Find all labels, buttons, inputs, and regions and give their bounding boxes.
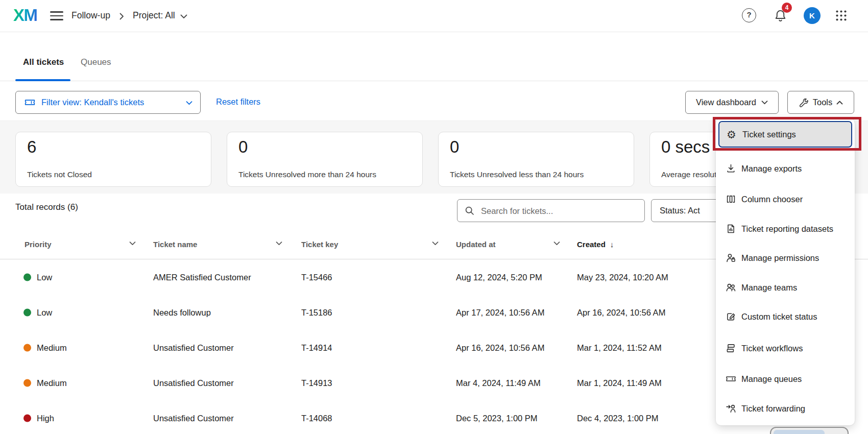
- ticket-key-cell: T-14914: [301, 343, 332, 352]
- search-box: [457, 199, 645, 222]
- scrollbar-thumb[interactable]: [774, 430, 825, 434]
- app-grid-icon[interactable]: [835, 10, 847, 21]
- priority-dot: [23, 308, 31, 316]
- column-header-ticket-name[interactable]: Ticket name: [153, 240, 197, 249]
- download-icon: [726, 163, 736, 174]
- person-lock-icon: [726, 253, 736, 263]
- updated-at-cell: Dec 5, 2023, 1:00 PM: [456, 413, 538, 423]
- menu-item-ticket-forwarding[interactable]: Ticket forwarding: [716, 394, 855, 423]
- created-cell: Apr 16, 2024, 10:56 AM: [577, 307, 665, 317]
- menu-item-label: Manage teams: [741, 283, 797, 293]
- stat-card-unresolved-more-24h: 0 Tickets Unresolved more than 24 hours: [227, 132, 423, 187]
- updated-at-cell: Apr 16, 2024, 10:56 AM: [456, 343, 544, 352]
- priority-cell: High: [37, 413, 54, 423]
- active-tab-underline: [15, 79, 70, 81]
- ticket-icon: [24, 98, 36, 107]
- view-dashboard-label: View dashboard: [696, 98, 756, 107]
- stat-card-not-closed: 6 Tickets not Closed: [15, 132, 211, 187]
- column-header-priority[interactable]: Priority: [25, 240, 52, 249]
- menu-item-column-chooser[interactable]: Column chooser: [716, 184, 855, 214]
- menu-item-ticket-reporting-datasets[interactable]: Ticket reporting datasets: [716, 214, 855, 244]
- stat-value: 0: [450, 137, 459, 157]
- menu-item-label: Ticket reporting datasets: [741, 224, 833, 234]
- ticket-key-cell: T-14913: [301, 378, 332, 388]
- search-input[interactable]: [480, 200, 640, 222]
- created-cell: May 23, 2024, 10:20 AM: [577, 272, 668, 282]
- stat-label: Tickets not Closed: [27, 170, 92, 179]
- stat-value: 0: [238, 137, 248, 157]
- horizontal-scrollbar[interactable]: [770, 427, 849, 434]
- menu-item-ticket-workflows[interactable]: Ticket workflows: [716, 333, 855, 363]
- ticket-name-cell: AMER Satisfied Customer: [153, 272, 251, 282]
- stat-label: Tickets Unresolved less than 24 hours: [450, 170, 584, 179]
- updated-at-cell: Aug 12, 2024, 5:20 PM: [456, 272, 542, 282]
- menu-item-manage-queues[interactable]: Manage queues: [716, 364, 855, 394]
- reset-filters-link[interactable]: Reset filters: [216, 97, 260, 107]
- column-header-updated-at[interactable]: Updated at: [456, 240, 496, 249]
- menu-item-label: Manage permissions: [741, 253, 819, 263]
- menu-item-label: Custom ticket status: [741, 312, 817, 322]
- menu-item-label: Ticket forwarding: [741, 404, 805, 414]
- columns-icon: [726, 194, 736, 205]
- menu-item-manage-teams[interactable]: Manage teams: [716, 273, 855, 302]
- workflow-icon: [726, 343, 736, 354]
- ticket-icon: [726, 375, 736, 383]
- hamburger-menu-icon[interactable]: [50, 11, 63, 23]
- total-records-label: Total records (6): [15, 202, 78, 212]
- view-dashboard-button[interactable]: View dashboard: [685, 91, 779, 114]
- sort-descending-icon: ↓: [610, 240, 614, 249]
- filter-view-label: Filter view: Kendall's tickets: [41, 98, 144, 107]
- priority-dot: [23, 414, 31, 422]
- tab-all-tickets[interactable]: All tickets: [23, 57, 64, 67]
- help-icon[interactable]: ?: [742, 8, 756, 22]
- ticket-name-cell: Needs followup: [153, 307, 211, 317]
- ticket-key-cell: T-14068: [301, 413, 332, 423]
- chevron-down-icon[interactable]: [276, 242, 282, 246]
- chevron-down-icon[interactable]: [553, 242, 560, 246]
- tools-dropdown-menu: ⚙ Ticket settings Manage exports Column …: [716, 118, 855, 425]
- top-bar: XM Follow-up Project: All ? 4 K: [0, 0, 868, 32]
- menu-item-label: Ticket workflows: [741, 344, 803, 353]
- created-label: Created: [577, 240, 606, 249]
- search-icon: [465, 206, 475, 216]
- chevron-down-icon[interactable]: [180, 14, 187, 19]
- ticket-name-cell: Unsatisfied Customer: [153, 343, 234, 352]
- updated-at-cell: Mar 4, 2024, 11:49 AM: [456, 378, 541, 388]
- menu-item-manage-exports[interactable]: Manage exports: [716, 154, 855, 183]
- breadcrumb-project-name[interactable]: Follow-up: [71, 10, 110, 21]
- created-cell: Mar 1, 2024, 11:52 AM: [577, 343, 662, 352]
- app-frame: XM Follow-up Project: All ? 4 K All tic: [0, 0, 868, 434]
- ticket-name-cell: Unsatisfied Customer: [153, 413, 234, 423]
- chevron-down-icon: [761, 101, 768, 105]
- ticket-name-cell: Unsatisfied Customer: [153, 378, 234, 388]
- tools-label: Tools: [813, 98, 833, 107]
- filter-view-dropdown[interactable]: Filter view: Kendall's tickets: [15, 91, 201, 114]
- chevron-right-icon: [119, 13, 124, 20]
- stat-value: 0 secs: [661, 137, 710, 157]
- menu-item-custom-ticket-status[interactable]: Custom ticket status: [716, 302, 855, 331]
- stat-card-unresolved-less-24h: 0 Tickets Unresolved less than 24 hours: [438, 132, 634, 187]
- breadcrumb-project-selector[interactable]: Project: All: [133, 10, 175, 21]
- menu-item-manage-permissions[interactable]: Manage permissions: [716, 243, 855, 273]
- priority-cell: Medium: [37, 378, 67, 388]
- forward-person-icon: [726, 403, 736, 414]
- stat-value: 6: [27, 137, 36, 157]
- tools-button[interactable]: Tools: [787, 91, 854, 114]
- avatar[interactable]: K: [804, 7, 821, 24]
- priority-dot: [23, 273, 31, 281]
- chevron-down-icon[interactable]: [129, 242, 136, 246]
- updated-at-cell: Apr 17, 2024, 10:56 AM: [456, 307, 544, 317]
- priority-cell: Low: [37, 272, 52, 282]
- tabs-divider: [0, 81, 868, 81]
- priority-dot: [23, 379, 31, 387]
- wrench-icon: [799, 98, 809, 108]
- tab-queues[interactable]: Queues: [81, 57, 111, 67]
- chevron-down-icon[interactable]: [432, 242, 439, 246]
- chevron-up-icon: [836, 101, 843, 105]
- report-document-icon: [726, 224, 736, 234]
- menu-item-label: Column chooser: [741, 195, 803, 204]
- column-header-ticket-key[interactable]: Ticket key: [301, 240, 338, 249]
- column-header-created[interactable]: Created↓: [577, 240, 614, 249]
- menu-item-label: Manage queues: [741, 374, 802, 384]
- ticket-key-cell: T-15186: [301, 307, 332, 317]
